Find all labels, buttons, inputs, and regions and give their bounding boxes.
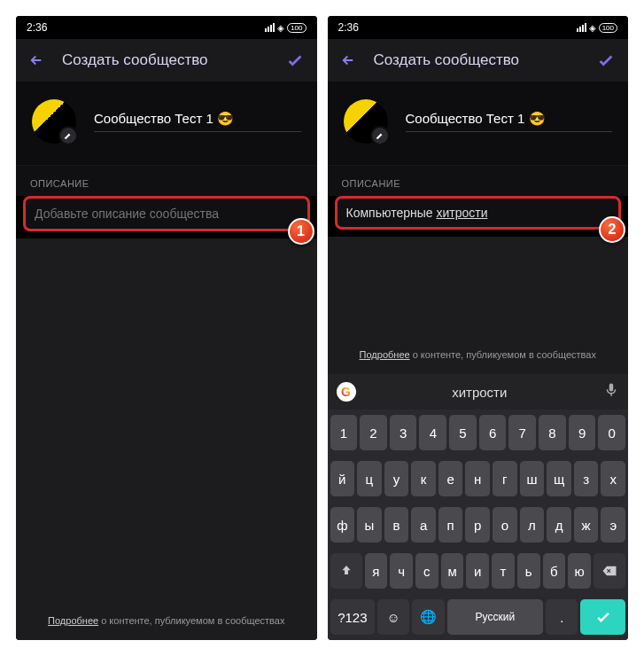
step-badge-1: 1 xyxy=(288,218,314,245)
key-row-2: йцукенгшщзх xyxy=(328,456,629,502)
empty-content xyxy=(328,237,629,342)
key-с[interactable]: с xyxy=(415,553,438,589)
community-name-input[interactable] xyxy=(406,111,613,132)
key-3[interactable]: 3 xyxy=(390,415,417,450)
signal-icon xyxy=(265,23,275,32)
confirm-icon[interactable] xyxy=(596,51,616,70)
key-к[interactable]: к xyxy=(411,461,436,496)
avatar[interactable] xyxy=(344,99,388,144)
status-bar: 2:36 ◈ 100 xyxy=(328,16,629,39)
footnote-text: о контенте, публикуемом в сообществах xyxy=(98,615,284,626)
key-space[interactable]: Русский xyxy=(447,599,544,635)
key-1[interactable]: 1 xyxy=(330,415,358,450)
key-emoji[interactable]: ☺ xyxy=(377,599,409,635)
description-input[interactable]: Компьютерные хитрости xyxy=(346,206,610,220)
google-icon[interactable]: G xyxy=(337,382,356,402)
key-м[interactable]: м xyxy=(441,553,464,589)
key-send[interactable] xyxy=(580,599,625,635)
key-й[interactable]: й xyxy=(330,461,355,496)
suggestion-word[interactable]: хитрости xyxy=(365,385,595,400)
key-р[interactable]: р xyxy=(465,507,490,543)
signal-icon xyxy=(577,23,586,32)
footnote-link[interactable]: Подробнее xyxy=(360,349,410,360)
key-щ[interactable]: щ xyxy=(547,461,571,496)
key-п[interactable]: п xyxy=(438,507,463,543)
battery-icon: 100 xyxy=(287,23,306,33)
status-bar: 2:36 ◈ 100 xyxy=(16,16,317,39)
back-icon[interactable] xyxy=(28,52,44,68)
key-7[interactable]: 7 xyxy=(508,415,536,450)
key-row-3: фывапролджэ xyxy=(328,502,629,548)
key-backspace[interactable] xyxy=(594,553,625,589)
key-ч[interactable]: ч xyxy=(390,553,413,589)
key-globe[interactable]: 🌐 xyxy=(412,599,444,635)
key-ц[interactable]: ц xyxy=(357,461,382,496)
key-н[interactable]: н xyxy=(465,461,490,496)
key-а[interactable]: а xyxy=(411,507,436,543)
key-ж[interactable]: ж xyxy=(574,507,599,543)
confirm-icon[interactable] xyxy=(285,51,305,70)
key-8[interactable]: 8 xyxy=(539,415,566,450)
key-о[interactable]: о xyxy=(493,507,517,543)
key-9[interactable]: 9 xyxy=(569,415,596,450)
community-name-row xyxy=(16,82,317,166)
key-я[interactable]: я xyxy=(365,553,388,589)
key-numbers[interactable]: ?123 xyxy=(330,599,376,635)
header-title: Создать сообщество xyxy=(374,51,579,69)
footnote-link[interactable]: Подробнее xyxy=(48,615,98,626)
avatar[interactable] xyxy=(32,99,76,144)
key-ю[interactable]: ю xyxy=(568,553,591,589)
key-и[interactable]: и xyxy=(466,553,489,589)
key-ы[interactable]: ы xyxy=(357,507,382,543)
key-ш[interactable]: ш xyxy=(520,461,545,496)
key-з[interactable]: з xyxy=(574,461,599,496)
header-title: Создать сообщество xyxy=(62,51,268,69)
key-0[interactable]: 0 xyxy=(598,415,625,450)
footnote: Подробнее о контенте, публикуемом в сооб… xyxy=(16,608,317,640)
app-header: Создать сообщество xyxy=(16,39,317,82)
phone-left: 2:36 ◈ 100 Создать сообщество ОПИСАНИЕ 1… xyxy=(16,16,317,640)
battery-icon: 100 xyxy=(599,23,617,33)
community-name-row xyxy=(328,82,629,166)
key-4[interactable]: 4 xyxy=(419,415,446,450)
key-shift[interactable] xyxy=(330,553,362,589)
key-5[interactable]: 5 xyxy=(449,415,477,450)
back-icon[interactable] xyxy=(340,52,356,68)
footnote: Подробнее о контенте, публикуемом в сооб… xyxy=(328,342,629,374)
key-х[interactable]: х xyxy=(601,461,625,496)
key-т[interactable]: т xyxy=(492,553,515,589)
key-д[interactable]: д xyxy=(547,507,571,543)
status-time: 2:36 xyxy=(338,21,359,34)
description-label: ОПИСАНИЕ xyxy=(16,166,317,196)
key-ь[interactable]: ь xyxy=(517,553,540,589)
phone-right: 2:36 ◈ 100 Создать сообщество ОПИСАНИЕ К… xyxy=(328,16,629,640)
status-icons: ◈ 100 xyxy=(265,23,306,33)
footnote-text: о контенте, публикуемом в сообществах xyxy=(410,349,596,360)
key-г[interactable]: г xyxy=(493,461,517,496)
app-header: Создать сообщество xyxy=(328,39,629,82)
key-6[interactable]: 6 xyxy=(479,415,507,450)
key-е[interactable]: е xyxy=(438,461,463,496)
status-icons: ◈ 100 xyxy=(577,23,617,33)
key-row-bottom: ?123 ☺ 🌐 Русский . xyxy=(328,594,629,640)
key-period[interactable]: . xyxy=(546,599,578,635)
suggestion-bar: G хитрости xyxy=(328,374,629,410)
description-input[interactable] xyxy=(35,207,299,221)
description-label: ОПИСАНИЕ xyxy=(328,166,629,196)
mic-icon[interactable] xyxy=(603,382,619,402)
wifi-icon: ◈ xyxy=(589,23,596,33)
key-в[interactable]: в xyxy=(384,507,409,543)
description-field-highlight: 1 xyxy=(23,196,310,231)
status-time: 2:36 xyxy=(27,21,47,34)
key-э[interactable]: э xyxy=(601,507,625,543)
wifi-icon: ◈ xyxy=(277,23,284,33)
key-row-1: 1234567890 xyxy=(328,410,629,456)
key-л[interactable]: л xyxy=(520,507,545,543)
empty-content xyxy=(16,238,317,608)
community-name-input[interactable] xyxy=(94,111,301,132)
key-у[interactable]: у xyxy=(384,461,409,496)
key-2[interactable]: 2 xyxy=(360,415,387,450)
key-ф[interactable]: ф xyxy=(330,507,355,543)
key-б[interactable]: б xyxy=(543,553,566,589)
step-badge-2: 2 xyxy=(599,216,625,243)
